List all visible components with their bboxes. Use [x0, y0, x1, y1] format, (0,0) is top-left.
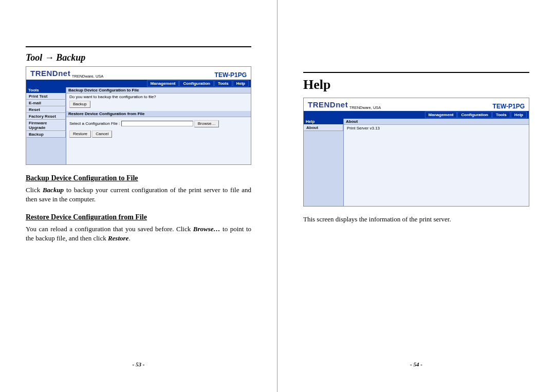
sidebar-header: Help: [304, 119, 343, 124]
sidebar-item-email[interactable]: E-mail: [26, 100, 66, 106]
content-bar-about: About: [344, 119, 529, 125]
brand-logo: TRENDnet: [308, 100, 348, 109]
subheading-backup: Backup Device Configuration to File: [26, 174, 251, 182]
caption-help: This screen displays the information of …: [303, 215, 529, 224]
page-left: Tool → Backup TRENDnet TRENDware, USA TE…: [0, 0, 278, 392]
subheading-restore: Restore Device Configuration from File: [26, 213, 251, 221]
breadcrumb-title: Tool → Backup: [26, 52, 251, 63]
page-title-help: Help: [303, 77, 529, 92]
nav-configuration[interactable]: Configuration: [179, 80, 213, 87]
nav-configuration[interactable]: Configuration: [457, 111, 491, 118]
model-label: TEW-P1PG: [215, 71, 247, 79]
brand-logo: TRENDnet: [30, 69, 70, 78]
backup-button[interactable]: Backup: [69, 101, 90, 108]
section-rule: [303, 72, 529, 73]
para-backup: Click Backup to backup your current conf…: [26, 185, 251, 204]
backup-question: Do you want to backup the configuration …: [69, 95, 248, 99]
nav-tools[interactable]: Tools: [214, 80, 232, 87]
top-nav: Management Configuration Tools Help: [304, 111, 529, 119]
sidebar-header: Tools: [26, 87, 66, 93]
section-rule: [26, 46, 251, 47]
sidebar-item-print-test[interactable]: Print Test: [26, 93, 66, 100]
screenshot-help: TRENDnet TRENDware, USA TEW-P1PG Managem…: [303, 98, 529, 207]
page-number-right: - 54 -: [278, 361, 555, 367]
restore-button[interactable]: Restore: [69, 130, 91, 138]
browse-button[interactable]: Browse…: [194, 120, 219, 127]
brand-subtitle: TRENDware, USA: [72, 74, 104, 79]
content-bar-restore: Restore Device Configuration from File: [66, 111, 251, 117]
sidebar-item-about[interactable]: About: [304, 124, 343, 131]
cancel-button[interactable]: Cancel: [92, 130, 112, 138]
sidebar-item-backup[interactable]: Backup: [26, 131, 66, 138]
page-number-left: - 53 -: [0, 361, 277, 367]
sidebar-item-reset[interactable]: Reset: [26, 106, 66, 113]
nav-tools[interactable]: Tools: [492, 111, 510, 118]
screenshot-tool-backup: TRENDnet TRENDware, USA TEW-P1PG Managem…: [26, 66, 251, 165]
page-right: Help TRENDnet TRENDware, USA TEW-P1PG Ma…: [278, 0, 555, 392]
sidebar: Tools Print Test E-mail Reset Factory Re…: [26, 87, 66, 164]
nav-help[interactable]: Help: [511, 111, 527, 118]
top-nav: Management Configuration Tools Help: [26, 80, 251, 87]
sidebar: Help About: [304, 119, 344, 206]
model-label: TEW-P1PG: [493, 103, 525, 110]
para-restore: You can reload a configuration that you …: [26, 225, 251, 243]
sidebar-item-firmware-upgrade[interactable]: Firmware Upgrade: [26, 120, 66, 131]
sidebar-item-factory-reset[interactable]: Factory Reset: [26, 113, 66, 120]
content-bar-backup: Backup Device Configuration to File: [66, 87, 251, 94]
nav-help[interactable]: Help: [233, 80, 249, 87]
nav-management[interactable]: Management: [147, 80, 179, 87]
brand-subtitle: TRENDware, USA: [349, 105, 381, 110]
file-path-input[interactable]: [121, 121, 193, 126]
about-text: Print Server v3.13: [347, 126, 380, 130]
nav-management[interactable]: Management: [425, 111, 457, 118]
select-file-label: Select a Configuration File :: [69, 121, 120, 126]
